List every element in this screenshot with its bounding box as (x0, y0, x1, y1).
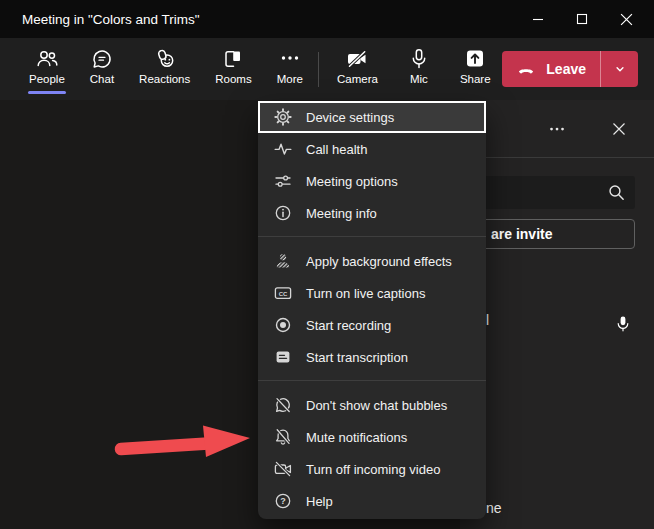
chat-bubbles-off-icon (273, 395, 293, 415)
chat-icon (90, 47, 114, 71)
menu-item-meeting-info[interactable]: Meeting info (258, 197, 486, 229)
panel-close-button[interactable] (606, 118, 632, 142)
share-label: Share (460, 73, 491, 85)
reactions-icon (153, 47, 177, 71)
menu-item-device-settings[interactable]: Device settings (258, 101, 486, 133)
hang-up-icon (515, 58, 537, 80)
share-invite-label: are invite (491, 226, 552, 242)
tab-more-label: More (277, 73, 303, 85)
panel-more-icon (546, 118, 568, 140)
menu-label: Help (306, 494, 333, 509)
menu-item-start-recording[interactable]: Start recording (258, 309, 486, 341)
start-transcription-icon (273, 347, 293, 367)
menu-label: Don't show chat bubbles (306, 398, 447, 413)
annotation-arrow (110, 418, 255, 464)
menu-group-divider (258, 380, 486, 381)
background-effects-icon (273, 251, 293, 271)
window-title: Meeting in "Colors and Trims" (22, 12, 200, 27)
start-recording-icon (273, 315, 293, 335)
menu-item-call-health[interactable]: Call health (258, 133, 486, 165)
title-bar: Meeting in "Colors and Trims" (0, 0, 654, 38)
leave-button[interactable]: Leave (502, 51, 600, 87)
meeting-options-icon (273, 171, 293, 191)
leave-options-button[interactable] (601, 51, 638, 87)
menu-item-background-effects[interactable]: Apply background effects (258, 245, 486, 277)
tab-chat[interactable]: Chat (87, 38, 117, 100)
tab-people-label: People (29, 73, 65, 85)
leave-label: Leave (546, 61, 586, 77)
svg-text:CC: CC (279, 291, 288, 297)
chevron-down-icon (610, 59, 630, 79)
menu-item-incoming-video-off[interactable]: Turn off incoming video (258, 453, 486, 485)
menu-item-help[interactable]: ? Help (258, 485, 486, 517)
device-controls: Camera Mic Share (334, 38, 494, 100)
close-button[interactable] (604, 0, 648, 38)
mic-toggle-button[interactable]: Mic (404, 38, 434, 100)
menu-label: Start transcription (306, 350, 408, 365)
tab-reactions[interactable]: Reactions (136, 38, 193, 100)
settings-gear-icon (273, 107, 293, 127)
participant-name-fragment: l (486, 312, 489, 328)
tab-rooms-label: Rooms (215, 73, 251, 85)
menu-label: Turn off incoming video (306, 462, 440, 477)
notifications-off-icon (273, 427, 293, 447)
meeting-info-icon (273, 203, 293, 223)
tab-more[interactable]: More (274, 38, 306, 100)
menu-item-live-captions[interactable]: CC Turn on live captions (258, 277, 486, 309)
menu-label: Meeting options (306, 174, 398, 189)
panel-more-button[interactable] (544, 118, 570, 142)
incoming-video-off-icon (273, 459, 293, 479)
menu-label: Meeting info (306, 206, 377, 221)
help-icon: ? (273, 491, 293, 511)
meeting-toolbar: People Chat Reactions (0, 38, 654, 100)
menu-label: Apply background effects (306, 254, 452, 269)
tab-rooms[interactable]: Rooms (212, 38, 254, 100)
menu-item-mute-notifications[interactable]: Mute notifications (258, 421, 486, 453)
toolbar-tabs: People Chat Reactions (26, 38, 306, 100)
close-icon (620, 13, 633, 26)
panel-text-fragment: ne (486, 500, 502, 516)
tab-people[interactable]: People (26, 38, 68, 100)
menu-item-meeting-options[interactable]: Meeting options (258, 165, 486, 197)
people-panel-header (460, 100, 654, 158)
minimize-button[interactable] (516, 0, 560, 38)
window-controls (516, 0, 648, 38)
people-icon (35, 47, 59, 71)
menu-item-start-transcription[interactable]: Start transcription (258, 341, 486, 373)
maximize-button[interactable] (560, 0, 604, 38)
toolbar-divider (318, 52, 319, 87)
mic-label: Mic (410, 73, 428, 85)
more-options-menu: Device settings Call health Meeting opti… (258, 101, 486, 519)
share-invite-button[interactable]: are invite (462, 219, 635, 249)
search-input[interactable] (476, 176, 597, 211)
camera-toggle-button[interactable]: Camera (334, 38, 381, 100)
menu-label: Call health (306, 142, 367, 157)
live-captions-icon: CC (273, 283, 293, 303)
tab-chat-label: Chat (90, 73, 114, 85)
menu-label: Turn on live captions (306, 286, 425, 301)
share-screen-icon (463, 47, 487, 71)
menu-group-divider (258, 236, 486, 237)
menu-label: Start recording (306, 318, 391, 333)
menu-label: Mute notifications (306, 430, 407, 445)
leave-split-button: Leave (502, 51, 638, 87)
call-health-icon (273, 139, 293, 159)
share-button[interactable]: Share (457, 38, 494, 100)
more-ellipsis-icon (278, 47, 302, 71)
panel-close-icon (608, 118, 630, 140)
svg-text:?: ? (280, 496, 286, 506)
mic-icon (407, 47, 431, 71)
maximize-icon (576, 13, 588, 25)
people-panel: are invite l ne (460, 100, 654, 529)
menu-item-chat-bubbles-off[interactable]: Don't show chat bubbles (258, 389, 486, 421)
tab-reactions-label: Reactions (139, 73, 190, 85)
menu-label: Device settings (306, 110, 394, 125)
camera-label: Camera (337, 73, 378, 85)
minimize-icon (532, 13, 544, 25)
camera-off-icon (345, 47, 369, 71)
participant-mic-icon (613, 314, 633, 334)
participant-search-box (468, 176, 635, 209)
search-icon (607, 183, 626, 202)
teams-meeting-window: Meeting in "Colors and Trims" (0, 0, 654, 529)
rooms-icon (221, 47, 245, 71)
